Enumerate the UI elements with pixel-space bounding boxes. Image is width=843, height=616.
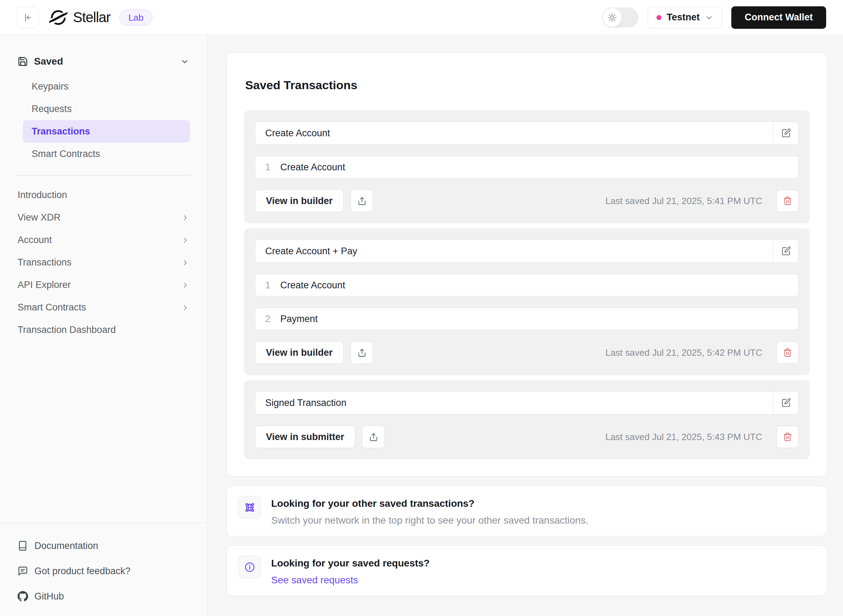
transaction-name-row: Create Account + Pay xyxy=(255,239,799,263)
transaction-name-field[interactable]: Signed Transaction xyxy=(255,392,773,414)
chevron-right-icon xyxy=(181,214,189,222)
transaction-card-footer: View in submitter Last saved Jul 21, 202… xyxy=(255,426,799,448)
feedback-link[interactable]: Got product feedback? xyxy=(18,559,189,584)
edit-name-button[interactable] xyxy=(773,240,798,263)
page-title: Saved Transactions xyxy=(245,78,810,92)
sidebar-item-transactions-nav[interactable]: Transactions xyxy=(0,251,207,274)
top-bar: Stellar Lab Testnet Connect Wallet xyxy=(0,0,843,35)
sidebar-item-smart-contracts-nav[interactable]: Smart Contracts xyxy=(0,296,207,319)
share-button[interactable] xyxy=(350,190,373,212)
operation-row: 1 Create Account xyxy=(255,274,799,296)
sidebar-item-smart-contracts[interactable]: Smart Contracts xyxy=(23,142,190,165)
stellar-logo xyxy=(49,9,67,27)
operation-label: Payment xyxy=(280,314,318,324)
sidebar-item-keypairs[interactable]: Keypairs xyxy=(23,75,190,98)
edit-icon xyxy=(781,398,791,408)
operation-row: 1 Create Account xyxy=(255,156,799,178)
operation-index: 1 xyxy=(265,280,270,291)
last-saved-timestamp: Last saved Jul 21, 2025, 5:42 PM UTC xyxy=(605,347,762,358)
trash-icon xyxy=(783,432,792,441)
network-select[interactable]: Testnet xyxy=(648,7,722,28)
see-saved-requests-link[interactable]: See saved requests xyxy=(271,575,430,586)
chevron-right-icon xyxy=(181,258,189,267)
sidebar: Saved Keypairs Requests Transactions Sma… xyxy=(0,35,207,616)
footer-link-label: GitHub xyxy=(34,591,64,602)
chevron-down-icon xyxy=(180,57,189,66)
chevron-right-icon xyxy=(181,304,189,312)
view-in-builder-button[interactable]: View in builder xyxy=(255,341,343,364)
operation-label: Create Account xyxy=(280,162,345,173)
transaction-card-footer: View in builder Last saved Jul 21, 2025,… xyxy=(255,341,799,364)
share-button[interactable] xyxy=(350,341,373,364)
other-saved-transactions-info-box: Looking for your other saved transaction… xyxy=(227,486,827,536)
edit-icon xyxy=(781,128,791,138)
nav-item-label: Account xyxy=(18,235,52,245)
network-globe-icon xyxy=(238,496,261,519)
saved-transaction-card: Create Account + Pay 1 Create Account 2 … xyxy=(244,228,810,375)
network-status-dot xyxy=(657,15,661,20)
trash-icon xyxy=(783,348,792,357)
main-content: Saved Transactions Create Account 1 Crea… xyxy=(207,35,843,616)
nav-item-label: Transaction Dashboard xyxy=(18,324,116,335)
connect-wallet-button[interactable]: Connect Wallet xyxy=(731,6,826,29)
delete-transaction-button[interactable] xyxy=(776,190,799,212)
last-saved-timestamp: Last saved Jul 21, 2025, 5:41 PM UTC xyxy=(605,196,762,207)
delete-transaction-button[interactable] xyxy=(776,341,799,364)
transaction-name-field[interactable]: Create Account xyxy=(255,122,773,144)
share-icon xyxy=(369,432,378,442)
delete-transaction-button[interactable] xyxy=(776,426,799,448)
operation-row: 2 Payment xyxy=(255,308,799,330)
feedback-icon xyxy=(18,566,28,576)
sidebar-divider xyxy=(15,175,191,176)
info-title: Looking for your other saved transaction… xyxy=(271,498,588,509)
sun-icon xyxy=(603,8,622,27)
nav-item-label: Transactions xyxy=(18,257,72,268)
theme-toggle[interactable] xyxy=(602,7,639,28)
saved-requests-info-box: Looking for your saved requests? See sav… xyxy=(227,546,827,596)
operation-label: Create Account xyxy=(280,280,345,291)
nav-item-label: API Explorer xyxy=(18,280,71,290)
network-label: Testnet xyxy=(667,12,700,23)
view-in-submitter-button[interactable]: View in submitter xyxy=(255,426,355,448)
nav-item-label: View XDR xyxy=(18,212,61,223)
saved-transactions-panel: Saved Transactions Create Account 1 Crea… xyxy=(227,53,827,477)
transaction-card-footer: View in builder Last saved Jul 21, 2025,… xyxy=(255,190,799,212)
transaction-name-row: Signed Transaction xyxy=(255,391,799,414)
saved-transaction-card: Signed Transaction View in submitter Las… xyxy=(244,380,810,459)
sidebar-item-transaction-dashboard[interactable]: Transaction Dashboard xyxy=(0,319,207,341)
sidebar-section-label: Saved xyxy=(34,56,63,67)
documentation-link[interactable]: Documentation xyxy=(18,533,189,559)
stellar-brand-link[interactable]: Stellar xyxy=(49,9,110,27)
github-link[interactable]: GitHub xyxy=(18,584,189,609)
sidebar-item-requests[interactable]: Requests xyxy=(23,98,190,120)
sidebar-item-account[interactable]: Account xyxy=(0,229,207,251)
edit-name-button[interactable] xyxy=(773,122,798,144)
collapse-sidebar-button[interactable] xyxy=(17,7,39,28)
footer-link-label: Got product feedback? xyxy=(34,566,130,577)
chevron-right-icon xyxy=(181,281,189,289)
nav-item-label: Smart Contracts xyxy=(18,302,86,313)
sidebar-item-api-explorer[interactable]: API Explorer xyxy=(0,274,207,296)
transaction-name-field[interactable]: Create Account + Pay xyxy=(255,240,773,263)
edit-icon xyxy=(781,246,791,256)
info-description: Switch your network in the top right to … xyxy=(271,515,588,526)
view-in-builder-button[interactable]: View in builder xyxy=(255,190,343,212)
edit-name-button[interactable] xyxy=(773,392,798,414)
saved-transaction-card: Create Account 1 Create Account View in … xyxy=(244,110,810,223)
collapse-sidebar-icon xyxy=(22,12,33,23)
share-icon xyxy=(357,348,367,358)
share-button[interactable] xyxy=(362,426,385,448)
footer-link-label: Documentation xyxy=(34,541,98,551)
info-icon xyxy=(238,556,261,579)
sidebar-footer: Documentation Got product feedback? GitH… xyxy=(0,523,207,616)
brand-name: Stellar xyxy=(73,9,110,25)
info-title: Looking for your saved requests? xyxy=(271,558,430,569)
sidebar-item-view-xdr[interactable]: View XDR xyxy=(0,207,207,229)
save-icon xyxy=(18,56,28,67)
sidebar-item-introduction[interactable]: Introduction xyxy=(0,184,207,207)
github-icon xyxy=(18,591,28,601)
chevron-right-icon xyxy=(181,236,189,245)
nav-item-label: Introduction xyxy=(18,190,67,201)
sidebar-section-saved[interactable]: Saved xyxy=(0,51,207,72)
sidebar-item-transactions-active[interactable]: Transactions xyxy=(23,120,190,142)
